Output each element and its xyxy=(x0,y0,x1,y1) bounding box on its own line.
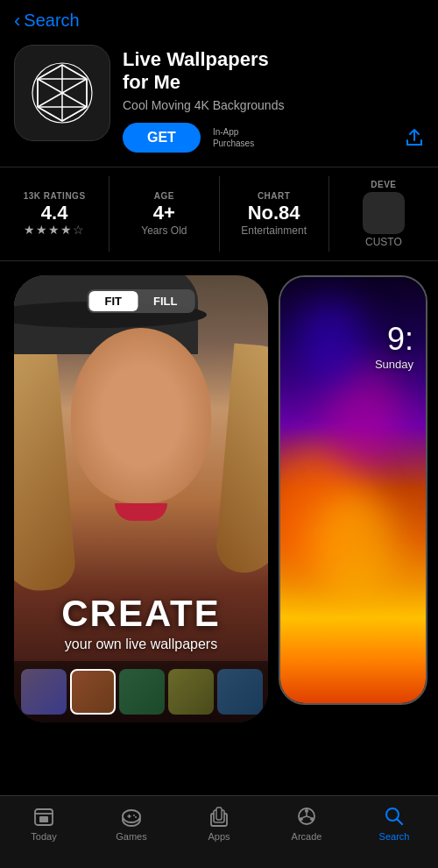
smile xyxy=(115,503,167,521)
search-icon xyxy=(383,805,406,828)
fire-screen: 9: Sunday xyxy=(280,277,426,703)
in-app-purchases-label: In-App Purchases xyxy=(213,126,254,149)
tab-arcade-label: Arcade xyxy=(292,831,322,842)
stats-bar: 13K RATINGS 4.4 ★★★★☆ AGE 4+ Years Old C… xyxy=(0,167,438,261)
svg-line-8 xyxy=(62,93,87,107)
svg-line-6 xyxy=(62,79,87,93)
share-icon xyxy=(405,128,424,147)
thumbnail-3[interactable] xyxy=(119,669,165,715)
top-navigation: ‹ Search xyxy=(0,0,438,38)
app-name: Live Wallpapers for Me xyxy=(123,48,424,95)
dev-label: DEVE xyxy=(371,180,396,189)
fit-fill-toggle: FIT FILL xyxy=(88,289,195,313)
fire-blob-2 xyxy=(309,490,397,604)
back-label: Search xyxy=(24,11,79,31)
age-label: AGE xyxy=(154,191,174,201)
stat-chart: CHART No.84 Entertainment xyxy=(220,176,329,252)
star-rating: ★★★★☆ xyxy=(24,223,85,237)
tab-games-label: Games xyxy=(116,831,146,842)
fire-blob-4 xyxy=(295,298,365,386)
app-actions: GET In-App Purchases xyxy=(123,123,424,153)
fill-toggle-button[interactable]: FILL xyxy=(138,291,193,311)
share-button[interactable] xyxy=(405,128,424,147)
app-header: Live Wallpapers for Me Cool Moving 4K Ba… xyxy=(0,38,438,167)
svg-rect-17 xyxy=(39,816,48,822)
svg-point-27 xyxy=(310,817,314,821)
chart-sub: Entertainment xyxy=(241,224,307,237)
app-icon xyxy=(14,45,110,141)
time-display: 9: xyxy=(387,321,413,358)
thumbnail-5[interactable] xyxy=(217,669,263,715)
app-subtitle: Cool Moving 4K Backgrounds xyxy=(123,98,424,112)
phone-screen-1: FIT FILL CREATE your own live wallpapers xyxy=(14,275,268,722)
tab-apps-label: Apps xyxy=(208,831,230,842)
back-chevron-icon: ‹ xyxy=(14,11,20,31)
svg-point-21 xyxy=(135,816,137,818)
svg-point-26 xyxy=(305,809,308,813)
screenshot-phone-2[interactable]: 9: Sunday xyxy=(279,275,427,705)
chart-value: No.84 xyxy=(248,203,300,223)
tab-apps[interactable]: Apps xyxy=(175,805,263,842)
svg-line-7 xyxy=(38,93,62,107)
svg-line-30 xyxy=(307,816,311,818)
thumbnail-strip xyxy=(14,661,268,722)
face-oval xyxy=(71,328,211,503)
app-icon-graphic xyxy=(27,58,97,128)
tab-bar: Today Games Apps Arcade xyxy=(0,795,438,868)
face-area xyxy=(53,328,229,556)
get-button[interactable]: GET xyxy=(123,123,201,153)
svg-line-33 xyxy=(398,820,403,825)
back-button[interactable]: ‹ Search xyxy=(14,11,80,31)
svg-line-5 xyxy=(38,79,62,93)
screenshot-phone-1[interactable]: FIT FILL CREATE your own live wallpapers xyxy=(14,275,268,722)
tab-today-label: Today xyxy=(31,831,56,842)
today-icon xyxy=(32,805,55,828)
create-subtitle: your own live wallpapers xyxy=(14,637,268,652)
age-sub: Years Old xyxy=(141,224,187,237)
day-display: Sunday xyxy=(375,358,413,371)
apps-icon xyxy=(208,805,230,828)
tab-today[interactable]: Today xyxy=(0,805,88,842)
thumbnail-1[interactable] xyxy=(21,669,67,715)
tab-arcade[interactable]: Arcade xyxy=(263,805,350,842)
thumbnail-4[interactable] xyxy=(168,669,214,715)
stat-dev: DEVE CUSTO xyxy=(329,176,438,252)
ratings-label: 13K RATINGS xyxy=(24,191,86,201)
create-overlay: CREATE your own live wallpapers xyxy=(14,593,268,652)
chart-label: CHART xyxy=(258,191,291,201)
dev-icon xyxy=(363,192,405,234)
svg-line-31 xyxy=(303,816,307,818)
svg-point-19 xyxy=(123,810,140,822)
svg-rect-24 xyxy=(216,808,222,820)
svg-point-28 xyxy=(300,817,303,821)
tab-search-label: Search xyxy=(379,831,410,842)
svg-point-20 xyxy=(133,815,135,816)
create-title: CREATE xyxy=(14,593,268,635)
rating-value: 4.4 xyxy=(41,203,68,223)
tab-search[interactable]: Search xyxy=(350,805,438,842)
fit-toggle-button[interactable]: FIT xyxy=(89,291,138,311)
stat-ratings: 13K RATINGS 4.4 ★★★★☆ xyxy=(0,176,110,252)
screenshots-section: FIT FILL CREATE your own live wallpapers xyxy=(0,261,438,745)
games-icon xyxy=(120,805,143,828)
app-info: Live Wallpapers for Me Cool Moving 4K Ba… xyxy=(123,45,424,153)
phone-container: FIT FILL CREATE your own live wallpapers xyxy=(0,275,438,731)
thumbnail-2[interactable] xyxy=(70,669,116,715)
tab-games[interactable]: Games xyxy=(88,805,175,842)
arcade-icon xyxy=(295,805,318,828)
age-value: 4+ xyxy=(153,203,175,223)
dev-sub: CUSTO xyxy=(365,236,402,248)
stat-age: AGE 4+ Years Old xyxy=(110,176,219,252)
